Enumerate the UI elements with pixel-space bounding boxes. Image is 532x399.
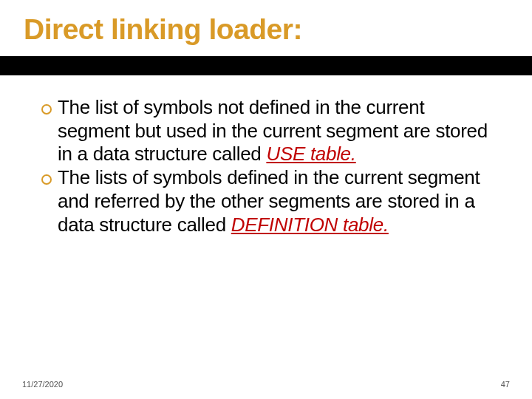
bullet-emphasis: DEFINITION table.: [231, 214, 389, 236]
circle-bullet-icon: [41, 104, 52, 115]
slide-title: Direct linking loader:: [24, 13, 508, 46]
bullet-emphasis: USE table.: [266, 143, 355, 165]
footer: 11/27/2020 47: [0, 380, 532, 389]
title-divider: [0, 56, 532, 75]
content-area: The list of symbols not defined in the c…: [0, 75, 532, 236]
footer-date: 11/27/2020: [22, 380, 63, 389]
bullet-item: The lists of symbols defined in the curr…: [41, 166, 499, 236]
bullet-text: The list of symbols not defined in the c…: [58, 96, 499, 166]
bullet-text: The lists of symbols defined in the curr…: [58, 166, 499, 236]
title-area: Direct linking loader:: [0, 0, 532, 53]
bullet-item: The list of symbols not defined in the c…: [41, 96, 499, 166]
footer-page-number: 47: [501, 380, 510, 389]
circle-bullet-icon: [41, 174, 52, 185]
